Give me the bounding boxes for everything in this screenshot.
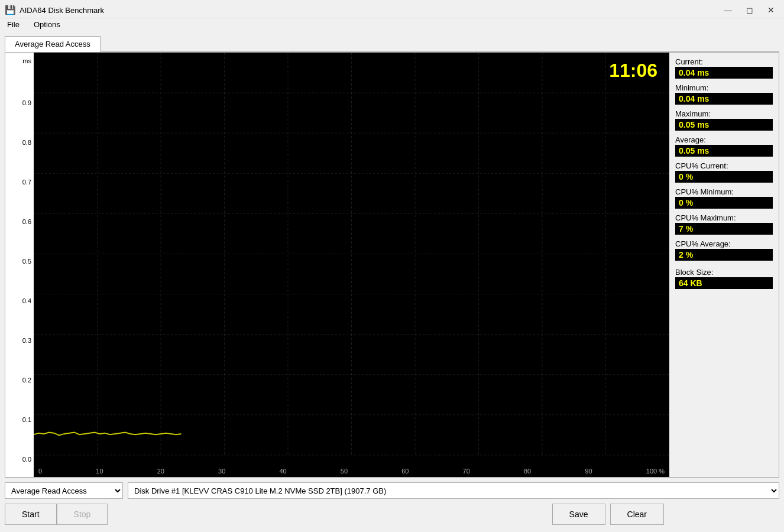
stat-cpu-average-label: CPU% Average:	[675, 239, 773, 248]
x-label-10: 10	[96, 468, 103, 475]
footer-left-buttons: Start Stop	[5, 504, 108, 525]
chart-panel: ms 0.9 0.8 0.7 0.6 0.5 0.4 0.3 0.2 0.1 0…	[5, 52, 779, 478]
x-label-70: 70	[463, 468, 470, 475]
y-label-04: 0.4	[8, 297, 31, 304]
stat-current: Current: 0.04 ms	[675, 57, 773, 79]
y-label-08: 0.8	[8, 139, 31, 146]
x-label-60: 60	[401, 468, 409, 475]
stat-cpu-minimum: CPU% Minimum: 0 %	[675, 187, 773, 209]
chart-svg	[34, 53, 669, 477]
x-label-80: 80	[524, 468, 531, 475]
chart-area: 11:06 0 10 20 30 40 50 60 70 80 90 100 %	[34, 53, 669, 477]
y-label-07: 0.7	[8, 179, 31, 186]
tab-average-read-access[interactable]: Average Read Access	[5, 36, 101, 52]
stats-panel: Current: 0.04 ms Minimum: 0.04 ms Maximu…	[669, 53, 779, 477]
y-unit: ms	[8, 57, 31, 64]
y-label-05: 0.5	[8, 258, 31, 265]
x-label-30: 30	[218, 468, 225, 475]
stat-cpu-maximum-label: CPU% Maximum:	[675, 213, 773, 222]
stat-current-label: Current:	[675, 57, 773, 66]
stat-maximum-label: Maximum:	[675, 109, 773, 118]
y-label-03: 0.3	[8, 337, 31, 344]
x-label-20: 20	[157, 468, 164, 475]
app-title: AIDA64 Disk Benchmark	[20, 6, 104, 15]
stat-minimum-value: 0.04 ms	[675, 93, 773, 105]
chart-timer: 11:06	[609, 60, 657, 82]
stat-cpu-average: CPU% Average: 2 %	[675, 239, 773, 261]
stat-cpu-average-value: 2 %	[675, 249, 773, 261]
stat-cpu-current: CPU% Current: 0 %	[675, 161, 773, 183]
clear-button[interactable]: Clear	[610, 504, 664, 525]
y-label-00: 0.0	[8, 456, 31, 463]
stat-cpu-current-label: CPU% Current:	[675, 161, 773, 170]
stat-block-size-label: Block Size:	[675, 268, 773, 277]
stat-cpu-maximum: CPU% Maximum: 7 %	[675, 213, 773, 235]
menu-bar: File Options	[0, 18, 784, 32]
title-bar-left: 💾 AIDA64 Disk Benchmark	[5, 5, 104, 15]
chart-y-labels: ms 0.9 0.8 0.7 0.6 0.5 0.4 0.3 0.2 0.1 0…	[5, 53, 34, 477]
tab-bar: Average Read Access	[5, 35, 779, 52]
stat-maximum: Maximum: 0.05 ms	[675, 109, 773, 131]
stat-current-value: 0.04 ms	[675, 67, 773, 79]
stat-minimum-label: Minimum:	[675, 83, 773, 92]
stat-average-label: Average:	[675, 135, 773, 144]
close-button[interactable]: ✕	[765, 5, 777, 15]
save-button[interactable]: Save	[552, 504, 605, 525]
x-label-40: 40	[279, 468, 286, 475]
bottom-bar: Average Read Access Average Write Access…	[5, 482, 779, 499]
app-icon: 💾	[5, 5, 16, 15]
footer-right-buttons: Save Clear	[552, 504, 664, 525]
start-button[interactable]: Start	[5, 504, 57, 525]
x-label-50: 50	[341, 468, 348, 475]
stat-minimum: Minimum: 0.04 ms	[675, 83, 773, 105]
x-label-100: 100 %	[646, 468, 665, 475]
y-label-01: 0.1	[8, 416, 31, 423]
menu-file[interactable]: File	[5, 20, 22, 30]
title-bar: 💾 AIDA64 Disk Benchmark — ◻ ✕	[0, 0, 784, 18]
x-label-0: 0	[38, 468, 42, 475]
stat-average: Average: 0.05 ms	[675, 135, 773, 157]
y-label-09: 0.9	[8, 99, 31, 106]
y-label-02: 0.2	[8, 377, 31, 384]
disk-select[interactable]: Disk Drive #1 [KLEVV CRAS C910 Lite M.2 …	[128, 482, 779, 499]
stat-cpu-minimum-label: CPU% Minimum:	[675, 187, 773, 196]
stat-maximum-value: 0.05 ms	[675, 119, 773, 131]
y-label-06: 0.6	[8, 218, 31, 225]
benchmark-select[interactable]: Average Read Access Average Write Access…	[5, 482, 123, 499]
x-label-90: 90	[585, 468, 592, 475]
main-content: Average Read Access ms 0.9 0.8 0.7 0.6 0…	[0, 32, 784, 528]
menu-options[interactable]: Options	[31, 20, 63, 30]
stat-cpu-minimum-value: 0 %	[675, 197, 773, 209]
restore-button[interactable]: ◻	[744, 5, 756, 15]
title-bar-controls: — ◻ ✕	[721, 5, 777, 15]
minimize-button[interactable]: —	[721, 5, 734, 15]
footer-row: Start Stop Save Clear	[5, 504, 779, 525]
stat-cpu-current-value: 0 %	[675, 171, 773, 183]
stop-button[interactable]: Stop	[57, 504, 108, 525]
stat-block-size-value: 64 KB	[675, 277, 773, 289]
stat-block-size: Block Size: 64 KB	[675, 268, 773, 289]
stat-average-value: 0.05 ms	[675, 145, 773, 157]
stat-cpu-maximum-value: 7 %	[675, 223, 773, 235]
chart-x-labels: 0 10 20 30 40 50 60 70 80 90 100 %	[34, 468, 669, 475]
